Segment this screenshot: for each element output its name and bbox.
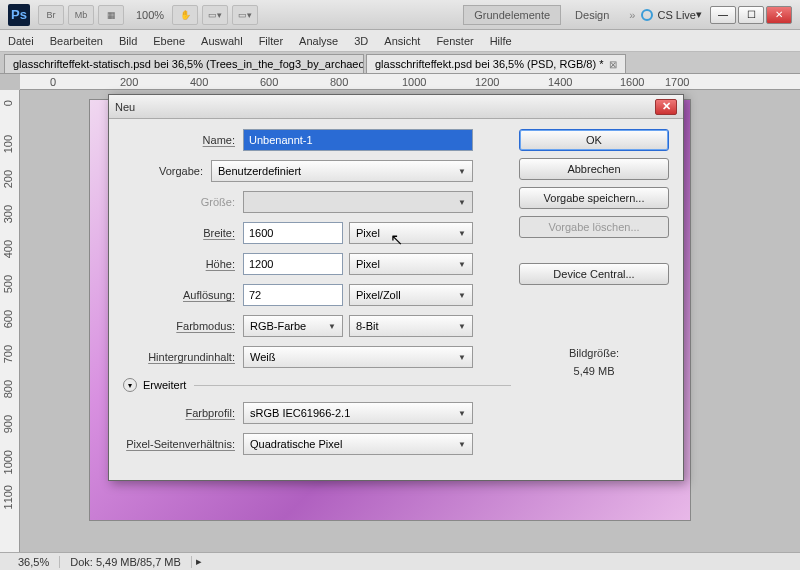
colorprofile-dropdown[interactable]: sRGB IEC61966-2.1▼: [243, 402, 473, 424]
cslive-icon: [641, 9, 653, 21]
status-doc[interactable]: Dok: 5,49 MB/85,7 MB: [60, 556, 192, 568]
label-size: Größe:: [123, 196, 243, 208]
ruler-vertical: 0100 200300 400500 600700 800900 1000110…: [0, 90, 20, 552]
label-advanced[interactable]: Erweitert: [143, 379, 186, 391]
menu-bar: Datei Bearbeiten Bild Ebene Auswahl Filt…: [0, 30, 800, 52]
menu-analysis[interactable]: Analyse: [299, 35, 338, 47]
document-tabs: glasschrifteffekt-statisch.psd bei 36,5%…: [0, 52, 800, 74]
tool-view2[interactable]: ▭▾: [232, 5, 258, 25]
bitdepth-dropdown[interactable]: 8-Bit▼: [349, 315, 473, 337]
chevron-down-icon: ▼: [458, 353, 466, 362]
label-height: Höhe:: [123, 258, 243, 270]
width-input[interactable]: 1600: [243, 222, 343, 244]
name-input[interactable]: Unbenannt-1: [243, 129, 473, 151]
workspace-design[interactable]: Design: [565, 6, 619, 24]
menu-file[interactable]: Datei: [8, 35, 34, 47]
height-input[interactable]: 1200: [243, 253, 343, 275]
menu-edit[interactable]: Bearbeiten: [50, 35, 103, 47]
ruler-horizontal: 0200 400600 8001000 12001400 16001700: [20, 74, 800, 90]
status-zoom[interactable]: 36,5%: [8, 556, 60, 568]
chevron-down-icon: ▼: [458, 409, 466, 418]
advanced-toggle-icon[interactable]: ▾: [123, 378, 137, 392]
new-document-dialog: Neu ✕ Name: Unbenannt-1 Vorgabe: Benutze…: [108, 94, 684, 481]
menu-window[interactable]: Fenster: [436, 35, 473, 47]
dialog-titlebar[interactable]: Neu ✕: [109, 95, 683, 119]
zoom-level[interactable]: 100%: [136, 9, 164, 21]
menu-filter[interactable]: Filter: [259, 35, 283, 47]
status-more-icon[interactable]: ▸: [196, 555, 202, 568]
chevron-down-icon: ▼: [458, 167, 466, 176]
cslive-button[interactable]: CS Live ▾: [641, 8, 702, 21]
menu-image[interactable]: Bild: [119, 35, 137, 47]
chevron-down-icon: ▼: [328, 322, 336, 331]
label-resolution: Auflösung:: [123, 289, 243, 301]
tool-layout[interactable]: ▦: [98, 5, 124, 25]
delete-preset-button: Vorgabe löschen...: [519, 216, 669, 238]
chevron-down-icon: ▼: [458, 198, 466, 207]
tool-mb[interactable]: Mb: [68, 5, 94, 25]
label-bgcontent: Hintergrundinhalt:: [123, 351, 243, 363]
close-icon[interactable]: ⊠: [609, 59, 617, 70]
tab-document-2[interactable]: glasschrifteffekt.psd bei 36,5% (PSD, RG…: [366, 54, 626, 73]
menu-help[interactable]: Hilfe: [490, 35, 512, 47]
tool-hand[interactable]: ✋: [172, 5, 198, 25]
label-width: Breite:: [123, 227, 243, 239]
label-preset: Vorgabe:: [123, 165, 211, 177]
preset-dropdown[interactable]: Benutzerdefiniert▼: [211, 160, 473, 182]
close-button[interactable]: ✕: [766, 6, 792, 24]
label-colormode: Farbmodus:: [123, 320, 243, 332]
maximize-button[interactable]: ☐: [738, 6, 764, 24]
minimize-button[interactable]: ―: [710, 6, 736, 24]
menu-3d[interactable]: 3D: [354, 35, 368, 47]
workspace-essentials[interactable]: Grundelemente: [463, 5, 561, 25]
chevron-down-icon: ▼: [458, 260, 466, 269]
tool-bridge[interactable]: Br: [38, 5, 64, 25]
status-bar: 36,5% Dok: 5,49 MB/85,7 MB ▸: [0, 552, 800, 570]
cancel-button[interactable]: Abbrechen: [519, 158, 669, 180]
dialog-close-button[interactable]: ✕: [655, 99, 677, 115]
save-preset-button[interactable]: Vorgabe speichern...: [519, 187, 669, 209]
tool-view1[interactable]: ▭▾: [202, 5, 228, 25]
width-unit-dropdown[interactable]: Pixel▼: [349, 222, 473, 244]
device-central-button[interactable]: Device Central...: [519, 263, 669, 285]
workspace-more-icon[interactable]: »: [629, 9, 635, 21]
height-unit-dropdown[interactable]: Pixel▼: [349, 253, 473, 275]
tab-document-1[interactable]: glasschrifteffekt-statisch.psd bei 36,5%…: [4, 54, 364, 73]
image-size-info: Bildgröße: 5,49 MB: [519, 345, 669, 380]
menu-select[interactable]: Auswahl: [201, 35, 243, 47]
ok-button[interactable]: OK: [519, 129, 669, 151]
chevron-down-icon: ▼: [458, 440, 466, 449]
dialog-title: Neu: [115, 101, 135, 113]
label-name: Name:: [123, 134, 243, 146]
label-colorprofile: Farbprofil:: [123, 407, 243, 419]
label-pixelaspect: Pixel-Seitenverhältnis:: [123, 438, 243, 450]
bgcontent-dropdown[interactable]: Weiß▼: [243, 346, 473, 368]
resolution-input[interactable]: 72: [243, 284, 343, 306]
menu-layer[interactable]: Ebene: [153, 35, 185, 47]
size-dropdown: ▼: [243, 191, 473, 213]
app-toolbar: Ps Br Mb ▦ 100% ✋ ▭▾ ▭▾ Grundelemente De…: [0, 0, 800, 30]
chevron-down-icon: ▼: [458, 291, 466, 300]
menu-view[interactable]: Ansicht: [384, 35, 420, 47]
pixelaspect-dropdown[interactable]: Quadratische Pixel▼: [243, 433, 473, 455]
chevron-down-icon: ▼: [458, 229, 466, 238]
resolution-unit-dropdown[interactable]: Pixel/Zoll▼: [349, 284, 473, 306]
colormode-dropdown[interactable]: RGB-Farbe▼: [243, 315, 343, 337]
chevron-down-icon: ▼: [458, 322, 466, 331]
ps-logo: Ps: [8, 4, 30, 26]
